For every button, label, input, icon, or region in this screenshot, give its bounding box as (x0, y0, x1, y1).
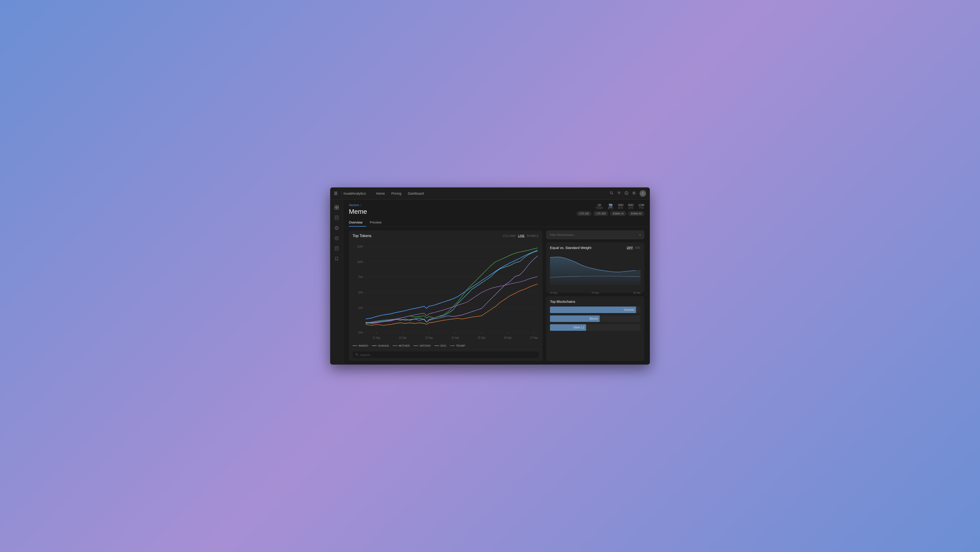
chart-type-bubble[interactable]: BUBBLE (527, 234, 539, 238)
blockchains-chart: Cosmos Bitcoin (550, 306, 641, 331)
equal-weight-svg (550, 252, 641, 290)
sidebar (330, 200, 343, 365)
avatar[interactable] (640, 190, 646, 197)
time-btn-30d-label: 30D (618, 203, 624, 207)
legend-wanko[interactable]: WANKO (353, 344, 368, 347)
time-btn-90d-label: 90D (628, 203, 634, 207)
blockchain-cosmos-bar: Cosmos (550, 306, 636, 313)
chart-type-btns: COLUMN LINE BUBBLE (503, 234, 539, 238)
svg-text:100%: 100% (357, 260, 363, 264)
svg-text:21 Sep: 21 Sep (372, 336, 380, 339)
mini-chart-label-26sep: 26 Sep (633, 292, 641, 294)
svg-point-5 (633, 192, 635, 194)
topnav-center: Home Pricing Dashboard (376, 192, 424, 195)
tab-preview[interactable]: Preview (370, 219, 385, 227)
filter-ltr100[interactable]: LTR-100 (577, 211, 592, 216)
legend-mother-label: MOTHER (399, 344, 410, 347)
dropdown-arrow-icon: ▾ (640, 233, 641, 236)
time-btn-7d[interactable]: 7D WTD (608, 203, 613, 210)
chart-title: Top Tokens (353, 234, 371, 238)
breadcrumb-separator: / (361, 203, 361, 207)
legend-huahua[interactable]: HUAHUA (372, 344, 389, 347)
legend-dog-line (434, 346, 439, 346)
chart-type-line[interactable]: LINE (518, 234, 525, 238)
top-blockchains-header: Top Blockchains (550, 300, 641, 304)
info-icon[interactable] (625, 191, 628, 196)
breadcrumb-sectors-link[interactable]: Sectors (349, 203, 359, 207)
svg-rect-7 (335, 206, 336, 207)
blockchain-other-l2-name: Other L2 (573, 326, 584, 329)
search-bar-row (349, 349, 542, 361)
blockchain-cosmos-bar-wrap: Cosmos (550, 306, 641, 313)
mini-chart-xaxis: 22 Sep 24 Sep 26 Sep (550, 291, 641, 294)
hamburger-icon[interactable]: ☰ (334, 191, 337, 196)
nav-dashboard[interactable]: Dashboard (408, 192, 424, 195)
legend-wanko-label: WANKO (359, 344, 368, 347)
chart-header: Top Tokens COLUMN LINE BUBBLE (349, 230, 542, 240)
right-panel: Filter Blockchains... ▾ Equal vs. Standa… (546, 230, 644, 361)
svg-text:50%: 50% (358, 290, 363, 294)
chart-area: 125% 100% 75% 50% 25% -25% 21 Sep 22 Sep… (349, 240, 542, 342)
blockchain-other-l2-bar: Other L2 (550, 324, 586, 331)
svg-point-4 (626, 192, 627, 192)
sidebar-item-reports[interactable] (332, 214, 341, 222)
legend-dog-label: DOG (441, 344, 446, 347)
legend-trump[interactable]: TRUMP (450, 344, 465, 347)
svg-text:125%: 125% (357, 244, 363, 248)
filter-ltr300[interactable]: LTR-300 (593, 211, 608, 216)
main-layout: Sectors / Meme 1D TODAY 7D (330, 200, 650, 365)
svg-text:25 Sep: 25 Sep (477, 336, 485, 339)
legend-wanko-line (353, 346, 357, 346)
legend-trump-label: TRUMP (456, 344, 465, 347)
blockchain-other-l2: Other L2 (550, 324, 641, 331)
time-btn-90d[interactable]: 90D QTD (628, 203, 634, 210)
topnav: ☰ InualiAnalytics Home Pricing Dashboard (330, 187, 650, 200)
svg-rect-9 (335, 208, 336, 209)
nav-home[interactable]: Home (376, 192, 385, 195)
search-input[interactable] (360, 353, 536, 357)
app-window: ☰ InualiAnalytics Home Pricing Dashboard (330, 187, 650, 365)
settings-icon[interactable] (632, 191, 636, 196)
sidebar-item-bookmark[interactable] (332, 255, 341, 263)
page-title-row: Sectors / Meme 1D TODAY 7D (349, 203, 644, 216)
svg-line-1 (612, 194, 613, 194)
time-btn-30d-sub: MTD (618, 207, 623, 209)
time-buttons-row: 1D TODAY 7D WTD 30D MTD (595, 203, 644, 210)
filter-blockchains-dropdown[interactable]: Filter Blockchains... ▾ (546, 230, 644, 239)
time-btn-30d[interactable]: 30D MTD (618, 203, 624, 210)
mini-chart-label-24sep: 24 Sep (592, 292, 599, 294)
legend-satoshi[interactable]: SATOSHI (414, 344, 431, 347)
filter-asma50[interactable]: ASMA-50 (628, 211, 644, 216)
legend-trump-line (450, 346, 455, 346)
svg-rect-10 (337, 208, 339, 209)
legend-dog[interactable]: DOG (434, 344, 446, 347)
svg-text:-25%: -25% (358, 331, 363, 335)
sidebar-item-dashboard[interactable] (332, 203, 341, 212)
filter-asma10[interactable]: ASMA-10 (610, 211, 626, 216)
equal-weight-panel: Equal vs. Standard Weight DIFF ABS (546, 243, 644, 293)
svg-text:27 Sep: 27 Sep (530, 336, 538, 339)
legend-mother[interactable]: MOTHER (393, 344, 410, 347)
topnav-left: ☰ InualiAnalytics Home Pricing Dashboard (334, 191, 424, 196)
breadcrumb: Sectors / (349, 203, 367, 207)
svg-point-18 (335, 236, 338, 240)
sidebar-item-analytics[interactable] (332, 234, 341, 243)
time-controls: 1D TODAY 7D WTD 30D MTD (577, 203, 644, 216)
legend-mother-line (393, 346, 398, 346)
equal-weight-abs-btn[interactable]: ABS (635, 246, 641, 249)
search-icon[interactable] (610, 191, 613, 196)
tab-overview[interactable]: Overview (349, 219, 366, 227)
equal-weight-diff-btn[interactable]: DIFF (627, 246, 633, 249)
sidebar-item-globe[interactable] (332, 224, 341, 232)
mini-chart-label-22sep: 22 Sep (550, 292, 557, 294)
time-btn-12m[interactable]: 12M YTD (638, 203, 644, 210)
chart-type-column[interactable]: COLUMN (503, 234, 515, 238)
time-btn-1d[interactable]: 1D TODAY (595, 203, 603, 210)
nav-pricing[interactable]: Pricing (391, 192, 401, 195)
equal-weight-title: Equal vs. Standard Weight (550, 246, 591, 250)
filter-badges: LTR-100 LTR-300 ASMA-10 ASMA-50 (577, 211, 644, 216)
filter-icon[interactable] (617, 191, 621, 196)
sidebar-item-document[interactable] (332, 244, 341, 253)
svg-text:24 Sep: 24 Sep (452, 336, 459, 339)
time-btn-1d-sub: TODAY (595, 207, 603, 209)
